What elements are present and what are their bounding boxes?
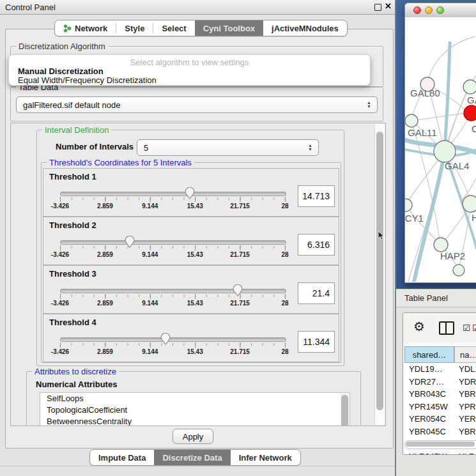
slider-scale-label: 2.859 xyxy=(97,251,113,258)
slider-scale-labels: -3.4262.8599.14415.4321.71528 xyxy=(60,203,285,210)
slider-scale-label: 28 xyxy=(281,251,288,258)
table-cell[interactable]: YBR0 xyxy=(454,388,476,401)
table-cell[interactable]: YDR2 xyxy=(454,376,476,388)
table-row[interactable]: YER054CYER0 xyxy=(404,413,476,426)
tab-jactivemnodules[interactable]: jActiveMNodules xyxy=(263,20,347,36)
checkbox-icon[interactable]: ☑ xyxy=(463,323,471,333)
status-strip xyxy=(396,455,476,476)
table-cell[interactable]: YER0 xyxy=(454,413,476,426)
table-cell[interactable]: YDR27… xyxy=(404,376,454,388)
table-cell[interactable]: YDL19… xyxy=(404,363,454,376)
split-columns-icon[interactable] xyxy=(439,321,454,335)
table-row[interactable]: YPR145WYPR1 xyxy=(404,401,476,413)
network-canvas[interactable]: GAL80 GA C GAL11 GAL4 GCY1 H HAP2 xyxy=(405,17,476,282)
table-row[interactable]: YBR043CYBR0 xyxy=(404,388,476,401)
table-cell[interactable]: YBR045C xyxy=(404,426,454,438)
table-cell[interactable]: YDL1 xyxy=(454,363,476,376)
threshold-slider-track[interactable] xyxy=(60,337,286,342)
table-cell[interactable]: YBR043C xyxy=(404,388,454,401)
table-row[interactable]: YBR045CYBR0 xyxy=(404,426,476,438)
apply-button[interactable]: Apply xyxy=(173,429,213,444)
group-title: Threshold's Coordinates for 5 Intervals xyxy=(47,158,194,167)
table-cell[interactable]: YPR1 xyxy=(454,401,476,413)
table-row[interactable]: YLR345WYLR3 xyxy=(404,450,476,456)
tab-infer-network[interactable]: Infer Network xyxy=(231,450,300,465)
table-row[interactable]: YDL19…YDL1 xyxy=(404,363,476,376)
threshold-slider-track[interactable] xyxy=(60,192,286,196)
slider-thumb[interactable] xyxy=(125,236,135,248)
slider-scale-label: 28 xyxy=(281,203,288,210)
slider-scale-label: 15.43 xyxy=(187,251,203,258)
number-of-intervals-combobox[interactable]: 5 ▲▼ xyxy=(137,139,319,156)
zoom-traffic-light-icon[interactable] xyxy=(436,6,444,14)
threshold-value-field[interactable]: 14.713 xyxy=(298,185,335,207)
node-label-partial: C xyxy=(472,123,476,134)
tab-label: Cyni Toolbox xyxy=(203,24,255,33)
scrollbar-thumb[interactable] xyxy=(376,132,383,410)
table-row[interactable]: YDR27…YDR2 xyxy=(404,376,476,388)
table-cell[interactable]: YLR3 xyxy=(454,450,476,456)
number-of-intervals-value: 5 xyxy=(144,143,148,153)
table-panel-title: Table Panel xyxy=(404,293,448,303)
scrollbar-thumb[interactable] xyxy=(341,395,348,426)
numerical-attributes-list[interactable]: SelfLoopsTopologicalCoefficientBetweenne… xyxy=(40,392,350,426)
dropdown-option-manual[interactable]: Manual Discretization xyxy=(18,66,104,76)
slider-thumb[interactable] xyxy=(160,333,171,345)
tab-network[interactable]: Network xyxy=(55,20,116,36)
attribute-list-item[interactable]: BetweennessCentrality xyxy=(40,416,349,426)
tab-label: Network xyxy=(75,24,107,33)
table-cell[interactable]: YBR0 xyxy=(454,426,476,438)
node-label-partial: GA xyxy=(467,95,476,105)
column-header-name[interactable]: na… xyxy=(454,346,476,363)
tab-cyni-toolbox[interactable]: Cyni Toolbox xyxy=(195,20,263,36)
float-window-icon[interactable] xyxy=(374,4,381,11)
threshold-value-field[interactable]: 21.4 xyxy=(298,282,335,304)
threshold-value-field[interactable]: 11.344 xyxy=(298,331,335,353)
table-cell[interactable]: YLR345W xyxy=(404,450,454,456)
threshold-slider-track[interactable] xyxy=(60,240,286,245)
number-of-intervals-label: Number of Intervals xyxy=(56,142,134,151)
slider-thumb[interactable] xyxy=(233,284,243,296)
tab-impute-data[interactable]: Impute Data xyxy=(90,450,154,465)
table-cell[interactable]: YPR145W xyxy=(404,401,454,413)
tab-label: Impute Data xyxy=(98,453,146,463)
threshold-slider-track[interactable] xyxy=(60,289,286,293)
vertical-scrollbar[interactable] xyxy=(374,124,385,425)
column-header-shared-name[interactable]: shared… xyxy=(404,346,454,363)
slider-scale-label: -3.426 xyxy=(51,203,69,210)
slider-scale-label: 21.715 xyxy=(230,203,250,210)
threshold-1-panel: Threshold 1 -3.4262.8599.14415.4321.7152… xyxy=(43,168,339,217)
tab-select[interactable]: Select xyxy=(153,20,194,36)
close-traffic-light-icon[interactable] xyxy=(413,6,421,14)
slider-thumb[interactable] xyxy=(185,187,195,199)
node-label-partial: H xyxy=(472,212,476,223)
checkbox-icon[interactable]: ☑ xyxy=(472,323,476,333)
tab-style[interactable]: Style xyxy=(116,20,153,36)
combobox-spinner-icon: ▲▼ xyxy=(367,101,371,109)
dropdown-hint: Select algorithm to view settings xyxy=(9,58,370,67)
slider-scale-label: 21.715 xyxy=(230,251,250,258)
network-window-titlebar[interactable] xyxy=(405,3,476,18)
list-scrollbar[interactable] xyxy=(341,394,349,426)
thresholds-group: Threshold's Coordinates for 5 Intervals … xyxy=(41,162,341,363)
control-panel: Control Panel ✕ Network Style Select Cyn… xyxy=(0,0,395,476)
slider-scale-label: 21.715 xyxy=(230,348,250,355)
gear-icon[interactable]: ⚙ xyxy=(413,320,425,333)
table-data-combobox[interactable]: galFiltered.sif default node ▲▼ xyxy=(16,96,378,113)
table-cell[interactable]: YER054C xyxy=(404,413,454,426)
table-data-group: Table Data galFiltered.sif default node … xyxy=(10,87,383,121)
tab-discretize-data[interactable]: Discretize Data xyxy=(154,450,230,465)
dropdown-option-equal-width[interactable]: Equal Width/Frequency Discretization xyxy=(18,75,157,85)
close-icon[interactable]: ✕ xyxy=(385,1,392,11)
scrollbar-thumb[interactable] xyxy=(406,441,475,447)
panel-title: Control Panel xyxy=(5,3,56,12)
node-table: shared… na… YDL19…YDL1YDR27…YDR2YBR043CY… xyxy=(404,346,476,455)
settings-scrollpane: Interval Definition Number of Intervals … xyxy=(10,123,386,426)
threshold-value-field[interactable]: 6.316 xyxy=(298,234,335,256)
minimize-traffic-light-icon[interactable] xyxy=(425,6,433,14)
attribute-list-item[interactable]: SelfLoops xyxy=(40,393,349,404)
horizontal-scrollbar[interactable] xyxy=(404,440,476,449)
attribute-list-item[interactable]: TopologicalCoefficient xyxy=(40,404,349,416)
slider-scale-label: -3.426 xyxy=(51,348,69,355)
node-label-gal4: GAL4 xyxy=(445,160,469,171)
